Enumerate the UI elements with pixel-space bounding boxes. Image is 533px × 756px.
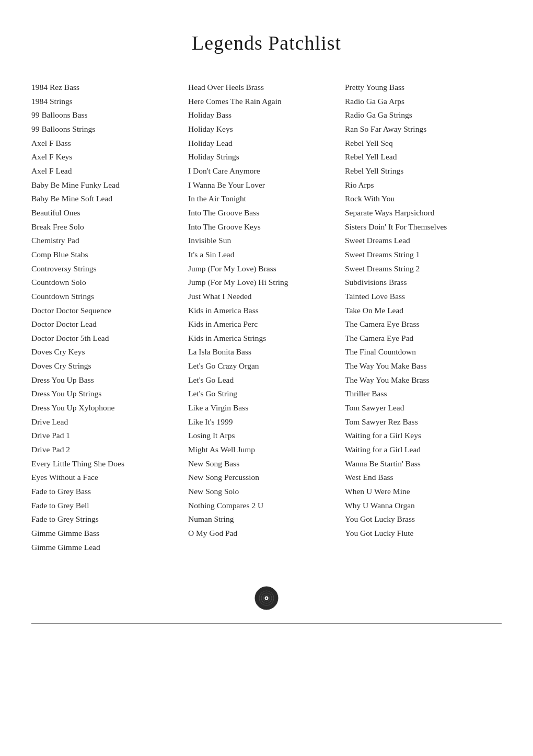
list-item: Take On Me Lead xyxy=(345,304,502,318)
list-item: Axel F Keys xyxy=(31,150,188,164)
list-item: New Song Percussion xyxy=(188,471,345,485)
list-item: Dress You Up Xylophone xyxy=(31,401,188,415)
list-item: 99 Balloons Bass xyxy=(31,108,188,122)
list-item: Into The Groove Bass xyxy=(188,206,345,220)
list-item: The Camera Eye Brass xyxy=(345,317,502,331)
list-item: Holiday Keys xyxy=(188,122,345,136)
list-item: Doctor Doctor Sequence xyxy=(31,304,188,318)
list-item: West End Bass xyxy=(345,471,502,485)
list-item: Rebel Yell Strings xyxy=(345,164,502,178)
list-item: The Camera Eye Pad xyxy=(345,331,502,346)
list-item: Drive Pad 2 xyxy=(31,443,188,457)
list-item: Countdown Strings xyxy=(31,290,188,304)
list-item: The Way You Make Bass xyxy=(345,359,502,373)
list-item: 1984 Strings xyxy=(31,95,188,109)
list-item: Eyes Without a Face xyxy=(31,471,188,485)
list-item: New Song Solo xyxy=(188,485,345,499)
list-item: Like a Virgin Bass xyxy=(188,401,345,415)
list-item: 99 Balloons Strings xyxy=(31,122,188,136)
list-item: Axel F Bass xyxy=(31,136,188,151)
list-item: Numan String xyxy=(188,512,345,526)
list-item: Let's Go Crazy Organ xyxy=(188,359,345,373)
list-item: Drive Pad 1 xyxy=(31,429,188,443)
list-item: Beautiful Ones xyxy=(31,206,188,220)
list-item: Just What I Needed xyxy=(188,290,345,304)
list-item: Might As Well Jump xyxy=(188,443,345,457)
list-item: Waiting for a Girl Keys xyxy=(345,429,502,443)
list-item: Fade to Grey Bell xyxy=(31,499,188,513)
list-item: La Isla Bonita Bass xyxy=(188,345,345,359)
page-title: Legends Patchlist xyxy=(31,31,502,54)
list-item: O My God Pad xyxy=(188,526,345,541)
list-item: Comp Blue Stabs xyxy=(31,248,188,262)
list-item: Every Little Thing She Does xyxy=(31,457,188,471)
list-item: Sweet Dreams Lead xyxy=(345,234,502,248)
list-item: The Final Countdown xyxy=(345,345,502,359)
list-item: Radio Ga Ga Arps xyxy=(345,95,502,109)
list-item: You Got Lucky Brass xyxy=(345,512,502,526)
list-item: Tom Sawyer Lead xyxy=(345,401,502,415)
list-item: Gimme Gimme Bass xyxy=(31,526,188,541)
list-item: Sweet Dreams String 2 xyxy=(345,262,502,276)
list-item: Doves Cry Strings xyxy=(31,359,188,373)
list-item: Why U Wanna Organ xyxy=(345,499,502,513)
list-item: Rock With You xyxy=(345,192,502,206)
list-item: Countdown Solo xyxy=(31,276,188,290)
list-item: When U Were Mine xyxy=(345,485,502,499)
list-item: Rebel Yell Seq xyxy=(345,136,502,151)
footer xyxy=(31,575,502,624)
list-item: It's a Sin Lead xyxy=(188,248,345,262)
list-item: Wanna Be Startin' Bass xyxy=(345,457,502,471)
list-item: Baby Be Mine Soft Lead xyxy=(31,192,188,206)
list-item: Doves Cry Keys xyxy=(31,345,188,359)
list-item: Dress You Up Strings xyxy=(31,387,188,401)
list-item: Gimme Gimme Lead xyxy=(31,541,188,555)
list-item: In the Air Tonight xyxy=(188,192,345,206)
list-item: Drive Lead xyxy=(31,415,188,429)
list-item: You Got Lucky Flute xyxy=(345,526,502,541)
list-item: Subdivisions Brass xyxy=(345,276,502,290)
list-item: Fade to Grey Bass xyxy=(31,485,188,499)
list-item: Holiday Lead xyxy=(188,136,345,151)
list-item: Losing It Arps xyxy=(188,429,345,443)
list-item: Tainted Love Bass xyxy=(345,290,502,304)
list-item: Let's Go Lead xyxy=(188,373,345,387)
list-item: Nothing Compares 2 U xyxy=(188,499,345,513)
column-col1: 1984 Rez Bass1984 Strings99 Balloons Bas… xyxy=(31,81,188,554)
list-item: Tom Sawyer Rez Bass xyxy=(345,415,502,429)
list-item: New Song Bass xyxy=(188,457,345,471)
footer-divider xyxy=(31,623,502,624)
list-item: Kids in America Bass xyxy=(188,304,345,318)
list-item: Ran So Far Away Strings xyxy=(345,122,502,136)
list-item: The Way You Make Brass xyxy=(345,373,502,387)
list-item: I Wanna Be Your Lover xyxy=(188,178,345,192)
list-item: Axel F Lead xyxy=(31,164,188,178)
list-item: Holiday Strings xyxy=(188,150,345,164)
list-item: Doctor Doctor Lead xyxy=(31,317,188,331)
list-item: Pretty Young Bass xyxy=(345,81,502,95)
list-item: Kids in America Perc xyxy=(188,317,345,331)
patchlist-columns: 1984 Rez Bass1984 Strings99 Balloons Bas… xyxy=(31,81,502,554)
list-item: Holiday Bass xyxy=(188,108,345,122)
list-item: Dress You Up Bass xyxy=(31,373,188,387)
list-item: Radio Ga Ga Strings xyxy=(345,108,502,122)
list-item: I Don't Care Anymore xyxy=(188,164,345,178)
list-item: Waiting for a Girl Lead xyxy=(345,443,502,457)
list-item: Sweet Dreams String 1 xyxy=(345,248,502,262)
list-item: Break Free Solo xyxy=(31,220,188,234)
list-item: Kids in America Strings xyxy=(188,331,345,346)
list-item: Head Over Heels Brass xyxy=(188,81,345,95)
list-item: Doctor Doctor 5th Lead xyxy=(31,331,188,346)
list-item: Rio Arps xyxy=(345,178,502,192)
list-item: Fade to Grey Strings xyxy=(31,512,188,526)
list-item: Sisters Doin' It For Themselves xyxy=(345,220,502,234)
list-item: Jump (For My Love) Hi String xyxy=(188,276,345,290)
list-item: Separate Ways Harpsichord xyxy=(345,206,502,220)
list-item: Jump (For My Love) Brass xyxy=(188,262,345,276)
list-item: Baby Be Mine Funky Lead xyxy=(31,178,188,192)
list-item: Here Comes The Rain Again xyxy=(188,95,345,109)
list-item: Invisible Sun xyxy=(188,234,345,248)
list-item: Like It's 1999 xyxy=(188,415,345,429)
list-item: Controversy Strings xyxy=(31,262,188,276)
list-item: Into The Groove Keys xyxy=(188,220,345,234)
